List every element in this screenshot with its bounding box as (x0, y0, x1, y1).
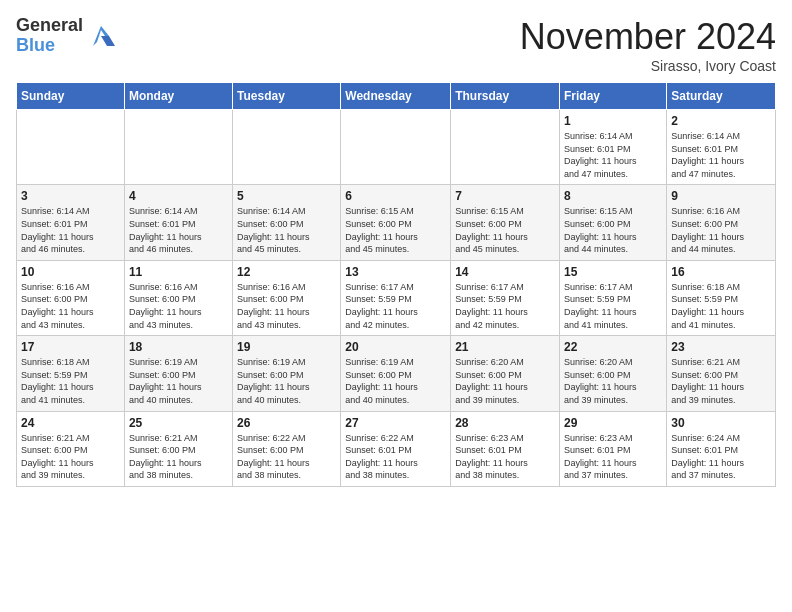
calendar-week-row: 10Sunrise: 6:16 AM Sunset: 6:00 PM Dayli… (17, 260, 776, 335)
calendar-cell: 19Sunrise: 6:19 AM Sunset: 6:00 PM Dayli… (233, 336, 341, 411)
calendar-cell: 17Sunrise: 6:18 AM Sunset: 5:59 PM Dayli… (17, 336, 125, 411)
day-number: 25 (129, 416, 228, 430)
day-info: Sunrise: 6:18 AM Sunset: 5:59 PM Dayligh… (671, 281, 771, 331)
calendar-cell: 1Sunrise: 6:14 AM Sunset: 6:01 PM Daylig… (560, 110, 667, 185)
day-number: 13 (345, 265, 446, 279)
calendar-cell: 24Sunrise: 6:21 AM Sunset: 6:00 PM Dayli… (17, 411, 125, 486)
day-number: 1 (564, 114, 662, 128)
day-info: Sunrise: 6:23 AM Sunset: 6:01 PM Dayligh… (455, 432, 555, 482)
calendar-table: SundayMondayTuesdayWednesdayThursdayFrid… (16, 82, 776, 487)
calendar-week-row: 17Sunrise: 6:18 AM Sunset: 5:59 PM Dayli… (17, 336, 776, 411)
calendar-cell: 21Sunrise: 6:20 AM Sunset: 6:00 PM Dayli… (451, 336, 560, 411)
day-info: Sunrise: 6:24 AM Sunset: 6:01 PM Dayligh… (671, 432, 771, 482)
day-info: Sunrise: 6:14 AM Sunset: 6:01 PM Dayligh… (564, 130, 662, 180)
logo: General Blue (16, 16, 115, 56)
calendar-header-row: SundayMondayTuesdayWednesdayThursdayFrid… (17, 83, 776, 110)
day-info: Sunrise: 6:15 AM Sunset: 6:00 PM Dayligh… (345, 205, 446, 255)
calendar-cell: 28Sunrise: 6:23 AM Sunset: 6:01 PM Dayli… (451, 411, 560, 486)
day-number: 4 (129, 189, 228, 203)
day-number: 15 (564, 265, 662, 279)
day-info: Sunrise: 6:15 AM Sunset: 6:00 PM Dayligh… (564, 205, 662, 255)
day-number: 18 (129, 340, 228, 354)
weekday-header: Monday (124, 83, 232, 110)
calendar-cell: 23Sunrise: 6:21 AM Sunset: 6:00 PM Dayli… (667, 336, 776, 411)
day-info: Sunrise: 6:14 AM Sunset: 6:01 PM Dayligh… (671, 130, 771, 180)
day-info: Sunrise: 6:20 AM Sunset: 6:00 PM Dayligh… (455, 356, 555, 406)
weekday-header: Thursday (451, 83, 560, 110)
calendar-cell: 11Sunrise: 6:16 AM Sunset: 6:00 PM Dayli… (124, 260, 232, 335)
day-number: 22 (564, 340, 662, 354)
day-number: 17 (21, 340, 120, 354)
title-area: November 2024 Sirasso, Ivory Coast (520, 16, 776, 74)
calendar-cell: 25Sunrise: 6:21 AM Sunset: 6:00 PM Dayli… (124, 411, 232, 486)
calendar-cell: 12Sunrise: 6:16 AM Sunset: 6:00 PM Dayli… (233, 260, 341, 335)
calendar-cell: 7Sunrise: 6:15 AM Sunset: 6:00 PM Daylig… (451, 185, 560, 260)
month-title: November 2024 (520, 16, 776, 58)
calendar-week-row: 3Sunrise: 6:14 AM Sunset: 6:01 PM Daylig… (17, 185, 776, 260)
day-number: 12 (237, 265, 336, 279)
day-info: Sunrise: 6:19 AM Sunset: 6:00 PM Dayligh… (345, 356, 446, 406)
day-info: Sunrise: 6:22 AM Sunset: 6:01 PM Dayligh… (345, 432, 446, 482)
calendar-week-row: 24Sunrise: 6:21 AM Sunset: 6:00 PM Dayli… (17, 411, 776, 486)
day-number: 9 (671, 189, 771, 203)
day-info: Sunrise: 6:18 AM Sunset: 5:59 PM Dayligh… (21, 356, 120, 406)
calendar-cell: 10Sunrise: 6:16 AM Sunset: 6:00 PM Dayli… (17, 260, 125, 335)
day-number: 11 (129, 265, 228, 279)
day-number: 7 (455, 189, 555, 203)
weekday-header: Sunday (17, 83, 125, 110)
calendar-cell: 4Sunrise: 6:14 AM Sunset: 6:01 PM Daylig… (124, 185, 232, 260)
weekday-header: Wednesday (341, 83, 451, 110)
day-number: 20 (345, 340, 446, 354)
weekday-header: Friday (560, 83, 667, 110)
calendar-cell: 6Sunrise: 6:15 AM Sunset: 6:00 PM Daylig… (341, 185, 451, 260)
day-number: 26 (237, 416, 336, 430)
day-number: 5 (237, 189, 336, 203)
day-number: 10 (21, 265, 120, 279)
day-info: Sunrise: 6:14 AM Sunset: 6:00 PM Dayligh… (237, 205, 336, 255)
calendar-cell: 22Sunrise: 6:20 AM Sunset: 6:00 PM Dayli… (560, 336, 667, 411)
calendar-cell: 2Sunrise: 6:14 AM Sunset: 6:01 PM Daylig… (667, 110, 776, 185)
calendar-cell: 9Sunrise: 6:16 AM Sunset: 6:00 PM Daylig… (667, 185, 776, 260)
calendar-week-row: 1Sunrise: 6:14 AM Sunset: 6:01 PM Daylig… (17, 110, 776, 185)
calendar-cell (233, 110, 341, 185)
calendar-cell: 18Sunrise: 6:19 AM Sunset: 6:00 PM Dayli… (124, 336, 232, 411)
calendar-cell: 27Sunrise: 6:22 AM Sunset: 6:01 PM Dayli… (341, 411, 451, 486)
day-info: Sunrise: 6:16 AM Sunset: 6:00 PM Dayligh… (671, 205, 771, 255)
day-number: 28 (455, 416, 555, 430)
day-number: 19 (237, 340, 336, 354)
day-info: Sunrise: 6:19 AM Sunset: 6:00 PM Dayligh… (129, 356, 228, 406)
day-info: Sunrise: 6:21 AM Sunset: 6:00 PM Dayligh… (129, 432, 228, 482)
calendar-cell: 20Sunrise: 6:19 AM Sunset: 6:00 PM Dayli… (341, 336, 451, 411)
day-number: 21 (455, 340, 555, 354)
day-number: 29 (564, 416, 662, 430)
day-number: 2 (671, 114, 771, 128)
calendar-cell: 15Sunrise: 6:17 AM Sunset: 5:59 PM Dayli… (560, 260, 667, 335)
day-info: Sunrise: 6:14 AM Sunset: 6:01 PM Dayligh… (129, 205, 228, 255)
calendar-cell: 13Sunrise: 6:17 AM Sunset: 5:59 PM Dayli… (341, 260, 451, 335)
day-number: 24 (21, 416, 120, 430)
day-info: Sunrise: 6:16 AM Sunset: 6:00 PM Dayligh… (129, 281, 228, 331)
day-info: Sunrise: 6:22 AM Sunset: 6:00 PM Dayligh… (237, 432, 336, 482)
day-number: 16 (671, 265, 771, 279)
calendar-cell (17, 110, 125, 185)
weekday-header: Saturday (667, 83, 776, 110)
day-info: Sunrise: 6:23 AM Sunset: 6:01 PM Dayligh… (564, 432, 662, 482)
calendar-cell: 14Sunrise: 6:17 AM Sunset: 5:59 PM Dayli… (451, 260, 560, 335)
day-number: 3 (21, 189, 120, 203)
day-info: Sunrise: 6:21 AM Sunset: 6:00 PM Dayligh… (671, 356, 771, 406)
calendar-cell: 29Sunrise: 6:23 AM Sunset: 6:01 PM Dayli… (560, 411, 667, 486)
location: Sirasso, Ivory Coast (520, 58, 776, 74)
calendar-cell: 5Sunrise: 6:14 AM Sunset: 6:00 PM Daylig… (233, 185, 341, 260)
calendar-cell: 3Sunrise: 6:14 AM Sunset: 6:01 PM Daylig… (17, 185, 125, 260)
day-info: Sunrise: 6:17 AM Sunset: 5:59 PM Dayligh… (564, 281, 662, 331)
day-info: Sunrise: 6:15 AM Sunset: 6:00 PM Dayligh… (455, 205, 555, 255)
calendar-cell (341, 110, 451, 185)
day-info: Sunrise: 6:17 AM Sunset: 5:59 PM Dayligh… (345, 281, 446, 331)
calendar-cell: 26Sunrise: 6:22 AM Sunset: 6:00 PM Dayli… (233, 411, 341, 486)
logo-blue: Blue (16, 36, 83, 56)
calendar-cell: 30Sunrise: 6:24 AM Sunset: 6:01 PM Dayli… (667, 411, 776, 486)
day-info: Sunrise: 6:20 AM Sunset: 6:00 PM Dayligh… (564, 356, 662, 406)
day-info: Sunrise: 6:16 AM Sunset: 6:00 PM Dayligh… (237, 281, 336, 331)
weekday-header: Tuesday (233, 83, 341, 110)
day-info: Sunrise: 6:21 AM Sunset: 6:00 PM Dayligh… (21, 432, 120, 482)
